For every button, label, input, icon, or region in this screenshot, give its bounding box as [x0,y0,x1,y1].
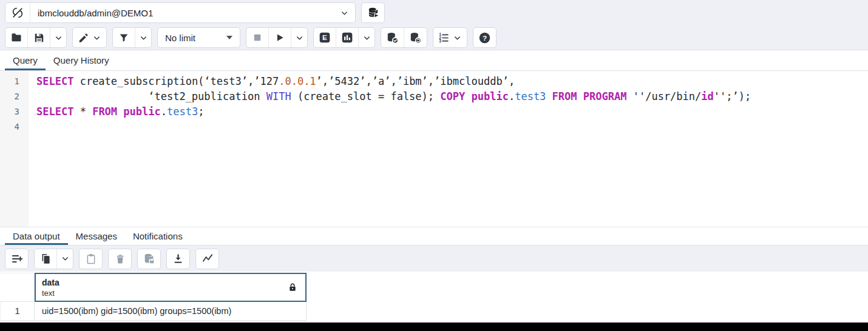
folder-icon [10,32,22,44]
paste-icon [86,253,97,264]
chart-button[interactable] [196,249,219,269]
code-line[interactable]: ‘test2_publication WITH (create_slot = f… [36,89,868,104]
chevron-down-icon [139,33,148,42]
filter-menu-button[interactable] [135,28,151,47]
toolbar-button-group [166,249,190,269]
macros-button[interactable]: 123 [433,28,467,47]
code-line[interactable]: SELECT * FROM public.test3; [36,104,868,119]
help-icon: ? [478,32,491,44]
toolbar-button-group [79,249,103,269]
svg-text:?: ? [483,33,487,42]
line-number: 2 [0,89,29,104]
toolbar-button-group: 123 [433,27,467,48]
rollback-icon [409,32,422,44]
pencil-icon [78,32,89,44]
save-data-button[interactable] [138,249,160,269]
line-number: 1 [0,74,29,89]
delete-row-button[interactable] [109,249,131,269]
save-file-button[interactable] [28,28,50,47]
execute-menu-button[interactable] [291,28,307,47]
line-number: 4 [0,119,29,135]
row-number[interactable]: 1 [0,302,35,321]
connection-value: ibmclouddb/admin@DEMO1 [30,3,333,22]
toolbar-button-group [5,27,67,48]
copy-menu-button[interactable] [57,249,73,269]
svg-text:3: 3 [439,39,441,43]
tab-notifications[interactable]: Notifications [125,227,191,245]
row-limit-value: No limit [165,33,195,43]
stop-icon [252,32,263,43]
download-button[interactable] [167,249,189,269]
save-file-menu-button[interactable] [50,28,66,47]
chevron-down-icon [54,33,63,42]
output-toolbar [0,246,868,272]
edit-menu-button[interactable] [73,28,106,47]
chart-icon [202,253,214,265]
line-number-gutter: 1234 [0,71,29,227]
play-icon [274,32,285,43]
new-connection-button[interactable] [361,2,385,23]
chevron-down-icon [295,33,304,42]
toolbar-button-group [246,27,308,48]
chevron-down-icon [453,33,462,42]
main-toolbar: No limitE123? [0,25,868,50]
macros-icon: 123 [438,32,450,44]
help-button[interactable]: ? [473,28,496,47]
chevron-down-icon [61,254,70,263]
explain-menu-button[interactable] [359,28,375,47]
explain-icon: E [319,32,331,44]
svg-text:E: E [322,33,327,41]
commit-button[interactable] [381,28,404,47]
paste-button[interactable] [80,249,102,269]
line-number: 3 [0,104,29,119]
code-content[interactable]: SELECT create_subscription(‘test3’,’127.… [29,71,868,227]
save-data-icon [143,253,155,265]
tab-messages[interactable]: Messages [68,227,125,245]
column-header-data[interactable]: data text [35,273,307,302]
code-line[interactable] [36,119,868,135]
toolbar-button-group [195,249,219,269]
tab-data-output[interactable]: Data output [5,227,68,245]
toolbar-button-group [5,249,29,269]
output-tabbar: Data outputMessagesNotifications [0,227,868,246]
chevron-down-icon [362,33,371,42]
code-line[interactable]: SELECT create_subscription(‘test3’,’127.… [36,74,868,89]
column-type: text [42,288,59,298]
grid-rows: 1uid=1500(ibm) gid=1500(ibm) groups=1500… [0,302,868,321]
stop-button[interactable] [246,28,269,47]
tab-query-history[interactable]: Query History [46,50,117,70]
copy-icon [40,253,52,264]
connection-bar: ibmclouddb/admin@DEMO1 [0,0,868,25]
query-tool-window: ibmclouddb/admin@DEMO1 No limitE123? Que… [0,0,868,331]
execute-button[interactable] [269,28,291,47]
toolbar-button-group [72,27,107,48]
explain-button[interactable]: E [314,28,336,47]
explain-analyze-button[interactable] [336,28,359,47]
toolbar-button-group [381,27,427,48]
plug-disconnected-icon [5,3,30,22]
add-row-icon [11,253,23,265]
toolbar-button-group [112,27,152,48]
filter-button[interactable] [113,28,135,47]
tab-query[interactable]: Query [5,50,46,70]
db-connection-icon [367,7,379,19]
toolbar-button-group [137,249,161,269]
trash-icon [115,253,126,264]
row-limit-select[interactable]: No limit [157,27,240,48]
grid-header: data text [0,273,868,302]
toolbar-button-group: ? [473,27,497,48]
copy-button[interactable] [35,249,57,269]
grid-corner-cell[interactable] [0,273,35,302]
query-tabbar: QueryQuery History [0,50,868,71]
open-file-button[interactable] [5,28,28,47]
table-cell[interactable]: uid=1500(ibm) gid=1500(ibm) groups=1500(… [35,302,307,321]
download-icon [172,253,184,264]
lock-icon [288,283,297,292]
commit-icon [386,32,399,44]
connection-select[interactable]: ibmclouddb/admin@DEMO1 [5,2,356,23]
rollback-button[interactable] [404,28,427,47]
sql-editor[interactable]: 1234 SELECT create_subscription(‘test3’,… [0,71,868,227]
add-row-button[interactable] [5,249,28,269]
window-edge [0,323,868,331]
chevron-down-icon[interactable] [333,3,355,22]
